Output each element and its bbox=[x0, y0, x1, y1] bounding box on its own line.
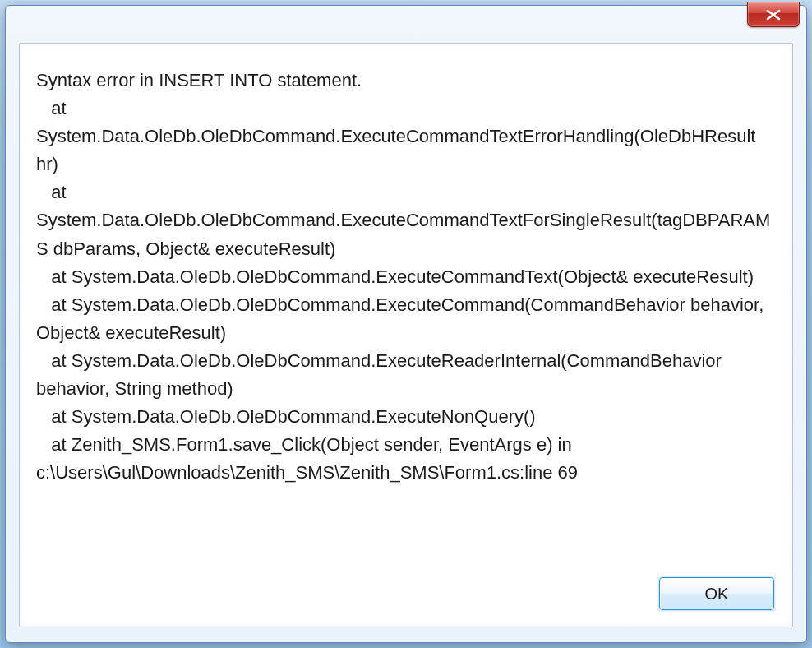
titlebar bbox=[6, 6, 806, 39]
client-area: Syntax error in INSERT INTO statement. a… bbox=[19, 43, 793, 627]
ok-button[interactable]: OK bbox=[659, 577, 774, 610]
button-row: OK bbox=[659, 577, 774, 610]
message-dialog: Syntax error in INSERT INTO statement. a… bbox=[5, 5, 807, 643]
close-button[interactable] bbox=[747, 2, 800, 27]
close-icon bbox=[765, 9, 782, 21]
error-message: Syntax error in INSERT INTO statement. a… bbox=[36, 67, 776, 487]
